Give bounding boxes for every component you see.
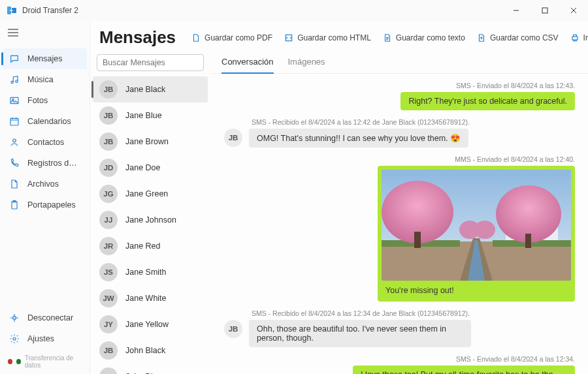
gear-icon: [9, 334, 20, 344]
contact-row[interactable]: JYJane Yellow: [90, 311, 210, 337]
tabs: Conversación Imágenes: [211, 52, 588, 74]
photo-icon: [9, 95, 20, 106]
message-avatar: JB: [224, 129, 242, 147]
contact-row[interactable]: JWJane White: [90, 285, 210, 311]
app-icon: [7, 5, 17, 16]
message-meta: SMS - Recibido el 8/4/2024 a las 12:42 d…: [224, 118, 575, 126]
sidebar-item-registros[interactable]: Registros de Llamadas: [0, 153, 90, 174]
tab-conversacion[interactable]: Conversación: [221, 52, 274, 73]
message-meta: SMS - Enviado el 8/4/2024 a las 12:34.: [224, 355, 575, 363]
titlebar: Droid Transfer 2: [0, 0, 588, 21]
contact-row[interactable]: JGJane Green: [90, 181, 210, 207]
mms-bubble: You're missing out!: [378, 166, 575, 302]
message-in: SMS - Recibido el 8/4/2024 a las 12:42 d…: [224, 118, 575, 148]
message-avatar: JB: [224, 320, 242, 338]
tool-save-text[interactable]: Guardar como texto: [383, 33, 465, 42]
svg-rect-22: [525, 234, 531, 248]
calendar-icon: [9, 116, 20, 127]
avatar: JG: [99, 185, 118, 203]
html-icon: [284, 33, 293, 42]
header: Mensajes Guardar como PDF Guardar como H…: [90, 21, 588, 52]
svg-point-12: [13, 337, 16, 340]
message-out: SMS - Enviado el 8/4/2024 a las 12:34. I…: [224, 355, 575, 374]
message-bubble: Right? They're just so delicate and grac…: [400, 92, 575, 110]
contact-name: Jane Brown: [125, 137, 169, 146]
contacts-icon: [9, 137, 20, 148]
avatar: JD: [99, 159, 118, 177]
minimize-button[interactable]: [502, 0, 531, 21]
sidebar-label: Archivos: [27, 179, 59, 189]
contact-row[interactable]: JBJohn Black: [90, 337, 210, 364]
music-icon: [9, 74, 20, 85]
contact-row[interactable]: JBJane Brown: [90, 129, 210, 155]
contact-list[interactable]: JB Jane Black JBJane Blue JBJane Brown J…: [90, 76, 210, 374]
conversation-pane: Conversación Imágenes SMS - Enviado el 8…: [211, 52, 588, 374]
avatar: JR: [99, 237, 118, 255]
avatar: JB: [99, 80, 118, 99]
tool-save-pdf[interactable]: Guardar como PDF: [191, 33, 272, 42]
svg-rect-20: [414, 232, 421, 248]
close-button[interactable]: [559, 0, 588, 21]
contact-name: Jane Red: [125, 242, 161, 251]
message-icon: [9, 54, 20, 64]
sidebar-label: Mensajes: [27, 54, 63, 63]
sidebar-item-fotos[interactable]: Fotos: [0, 90, 90, 111]
tool-save-html[interactable]: Guardar como HTML: [284, 33, 371, 42]
svg-rect-7: [10, 118, 18, 125]
avatar: JB: [99, 132, 118, 151]
contact-row[interactable]: JSJane Smith: [90, 259, 210, 285]
message-meta: MMS - Enviado el 8/4/2024 a las 12:40.: [224, 155, 575, 163]
message-bubble: I love those too! But my all-time favori…: [353, 366, 575, 374]
avatar: JY: [99, 315, 118, 334]
contact-row[interactable]: JBJohn Blue: [90, 364, 210, 374]
tool-print[interactable]: Impresión: [570, 33, 588, 42]
message-meta: SMS - Recibido el 8/4/2024 a las 12:34 d…: [224, 309, 575, 317]
message-in: SMS - Recibido el 8/4/2024 a las 12:34 d…: [224, 309, 575, 347]
sidebar-label: Fotos: [27, 96, 48, 105]
contact-row[interactable]: JDJane Doe: [90, 155, 210, 181]
sidebar-label: Contactos: [27, 138, 64, 147]
svg-rect-11: [13, 317, 16, 319]
tab-imagenes[interactable]: Imágenes: [288, 52, 325, 73]
clipboard-icon: [9, 200, 20, 210]
contact-row[interactable]: JJJane Johnson: [90, 207, 210, 233]
status-row: Transferencia de datos: [0, 349, 90, 374]
message-bubble: Ohh, those are beautiful too. I've never…: [249, 320, 471, 347]
maximize-button[interactable]: [531, 0, 559, 21]
svg-rect-13: [572, 37, 578, 40]
sidebar-item-calendarios[interactable]: Calendarios: [0, 111, 90, 132]
contact-name: Jane White: [125, 294, 167, 303]
sidebar-item-portapapeles[interactable]: Portapapeles: [0, 195, 90, 215]
avatar: JB: [99, 367, 118, 374]
sidebar-label: Ajustes: [27, 334, 54, 343]
contact-name: Jane Yellow: [125, 320, 169, 329]
message-meta: SMS - Enviado el 8/4/2024 a las 12:43.: [224, 82, 575, 89]
message-bubble: OMG! That's stunning!! I can see why you…: [249, 129, 468, 148]
contact-row[interactable]: JRJane Red: [90, 233, 210, 259]
window-controls: [502, 0, 588, 21]
hamburger-button[interactable]: [0, 21, 90, 46]
sidebar-item-desconectar[interactable]: Desconectar: [0, 307, 90, 328]
avatar: JS: [99, 263, 118, 281]
status-text: Transferencia de datos: [25, 354, 82, 369]
message-list[interactable]: SMS - Enviado el 8/4/2024 a las 12:43. R…: [211, 74, 588, 374]
sidebar-item-ajustes[interactable]: Ajustes: [0, 328, 90, 349]
sidebar-label: Portapapeles: [27, 200, 76, 210]
search-input[interactable]: [97, 54, 204, 71]
sidebar-item-mensajes[interactable]: Mensajes: [3, 48, 87, 69]
pdf-icon: [191, 33, 201, 42]
tool-save-csv[interactable]: Guardar como CSV: [477, 33, 559, 42]
sidebar: Mensajes Música Fotos Calendarios Contac…: [0, 21, 90, 374]
contact-row[interactable]: JB Jane Black: [93, 76, 208, 102]
phone-icon: [9, 158, 20, 168]
avatar: JW: [99, 289, 118, 307]
contact-name: John Black: [125, 346, 165, 355]
sidebar-item-contactos[interactable]: Contactos: [0, 132, 90, 153]
app-title: Droid Transfer 2: [22, 6, 78, 15]
sidebar-item-musica[interactable]: Música: [0, 69, 90, 90]
contact-row[interactable]: JBJane Blue: [90, 102, 210, 129]
contact-name: Jane Black: [125, 85, 165, 94]
sidebar-item-archivos[interactable]: Archivos: [0, 174, 90, 195]
status-dot-red: [8, 359, 12, 364]
avatar: JB: [99, 106, 118, 125]
